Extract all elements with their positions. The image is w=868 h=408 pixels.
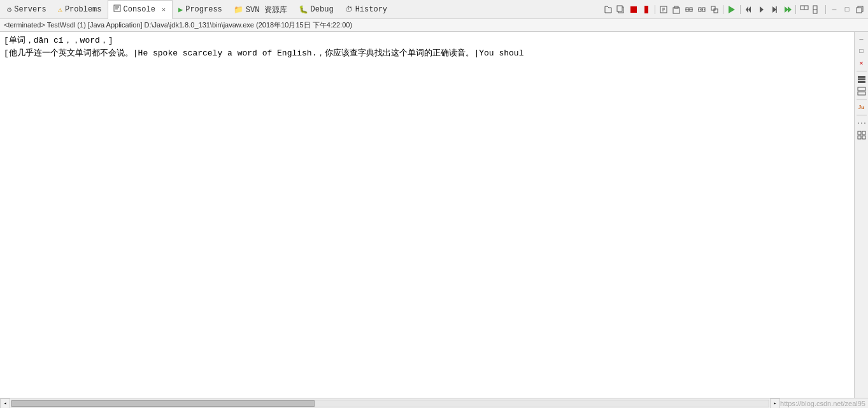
sidebar-maximize-btn[interactable]: □ [856,45,867,57]
svg-marker-19 [729,6,735,13]
toolbar-link3-btn[interactable] [709,4,720,15]
separator-4 [795,5,796,14]
tab-servers[interactable]: ⚙ Servers [1,0,52,18]
main-area: [单词，dān cí，，word，] [他几乎连一个英文单词都不会说。|He s… [0,32,868,398]
servers-icon: ⚙ [7,5,11,15]
bottom-bar: ◂ ▸ https://blog.csdn.net/zeal95 [0,398,868,408]
sidebar-divider-2 [857,99,867,99]
tab-svn[interactable]: 📁 SVN 资源库 [228,0,293,18]
toolbar-link2-btn[interactable] [696,4,708,15]
svg-marker-26 [788,6,792,13]
svg-rect-33 [858,76,865,78]
problems-icon: ⚠ [58,5,62,15]
sidebar-ju-btn[interactable]: Ju [856,101,867,113]
svg-marker-20 [746,6,748,13]
console-output[interactable]: [单词，dān cí，，word，] [他几乎连一个英文单词都不会说。|He s… [0,32,854,398]
toolbar-copy2-btn[interactable] [658,4,669,15]
sidebar-dots-btn[interactable]: ··· [856,117,867,129]
right-sidebar: — □ ✕ Ju ··· [854,32,868,398]
sidebar-close-btn[interactable]: ✕ [856,57,867,69]
toolbar-view1-btn[interactable] [799,4,810,15]
separator-2 [723,5,723,14]
separator-5 [825,5,826,14]
toolbar-maximize-btn[interactable]: □ [841,4,853,15]
sidebar-minimize-btn[interactable]: — [856,33,867,45]
svg-rect-35 [858,81,865,83]
toolbar-minimize-btn[interactable]: — [829,4,840,15]
toolbar-view2-btn[interactable] [811,4,823,15]
debug-icon: 🐛 [299,5,308,15]
tab-history-label: History [355,5,387,14]
tab-console[interactable]: Console ✕ [108,0,173,19]
sidebar-divider-3 [857,115,867,115]
svg-rect-18 [714,9,718,13]
svg-rect-37 [858,92,865,95]
svg-rect-39 [862,131,865,135]
sidebar-grid-btn[interactable] [856,129,867,141]
svg-rect-5 [617,6,622,11]
console-line-1: [单词，dān cí，，word，] [4,34,850,47]
svg-rect-41 [862,136,865,139]
svg-rect-40 [858,136,861,139]
tab-console-close[interactable]: ✕ [160,6,167,13]
svg-rect-6 [630,6,637,13]
tab-problems-label: Problems [65,5,102,14]
sidebar-stack1-btn[interactable] [856,73,867,85]
toolbar-restore-btn[interactable] [854,4,865,15]
scroll-left-arrow[interactable]: ◂ [0,398,10,409]
svg-rect-38 [858,131,861,135]
scroll-thumb[interactable] [11,400,315,407]
tab-debug[interactable]: 🐛 Debug [293,0,339,18]
toolbar-nav3-btn[interactable] [769,4,780,15]
watermark: https://blog.csdn.net/zeal95 [780,400,868,407]
console-icon [113,4,121,15]
svg-rect-17 [711,6,715,10]
toolbar-copy-btn[interactable] [615,4,627,15]
svg-marker-21 [748,6,751,13]
progress-icon: ▶ [178,5,183,15]
svg-marker-22 [760,6,764,13]
tab-svn-label: SVN 资源库 [246,4,287,15]
svg-rect-34 [858,78,865,80]
scroll-right-arrow[interactable]: ▸ [770,398,780,409]
status-text: <terminated> TestWsdl (1) [Java Applicat… [4,21,352,29]
toolbar-open-file-btn[interactable] [602,4,614,15]
status-bar: <terminated> TestWsdl (1) [Java Applicat… [0,19,868,32]
svn-icon: 📁 [234,5,243,15]
separator-1 [655,5,655,14]
tab-console-label: Console [124,5,155,14]
toolbar-stop-btn[interactable] [628,4,639,15]
tab-progress[interactable]: ▶ Progress [173,0,228,18]
svg-rect-36 [858,87,865,91]
tab-debug-label: Debug [311,5,334,14]
console-line-2: [他几乎连一个英文单词都不会说。|He spoke scarcely a wor… [4,47,850,60]
sidebar-divider-1 [857,71,867,71]
tab-bar: ⚙ Servers ⚠ Problems Console ✕ ▶ Progres… [0,0,868,19]
tab-servers-label: Servers [14,5,46,14]
tab-progress-label: Progress [185,5,222,14]
toolbar-nav4-btn[interactable] [781,4,793,15]
horizontal-scrollbar[interactable] [11,400,769,407]
toolbar-nav2-btn[interactable] [756,4,767,15]
sidebar-stack2-btn[interactable] [856,85,867,97]
tab-problems[interactable]: ⚠ Problems [52,0,108,18]
toolbar-terminate-btn[interactable] [641,4,652,15]
history-icon: ⏱ [345,5,353,15]
toolbar-link-btn[interactable] [683,4,695,15]
tab-history[interactable]: ⏱ History [339,0,393,18]
svg-rect-32 [857,8,862,13]
svg-rect-7 [644,6,648,13]
tab-bar-toolbar: — □ [602,0,868,18]
svg-marker-23 [772,6,776,13]
toolbar-nav1-btn[interactable] [743,4,755,15]
toolbar-paste-btn[interactable] [671,4,682,15]
toolbar-run-btn[interactable] [726,4,737,15]
separator-3 [740,5,741,14]
